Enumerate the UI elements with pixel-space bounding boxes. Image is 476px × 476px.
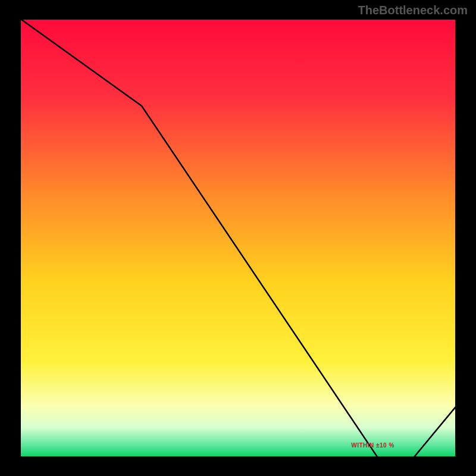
chart-frame: WITHIN ±10 % [19,18,457,458]
watermark-text: TheBottleneck.com [358,4,468,17]
gradient-background [19,18,457,458]
within-range-annotation: WITHIN ±10 % [351,442,394,449]
bottleneck-chart [19,18,457,458]
